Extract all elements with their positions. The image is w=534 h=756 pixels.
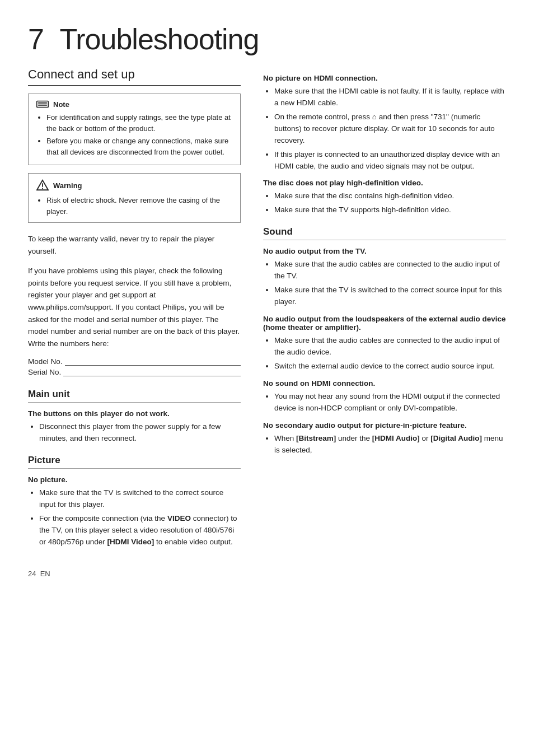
body-text-1: To keep the warranty valid, never try to… — [28, 233, 241, 257]
warning-label: Warning — [53, 181, 82, 190]
no-secondary-list: When [Bitstream] under the [HDMI Audio] … — [263, 433, 506, 456]
note-list: For identification and supply ratings, s… — [36, 112, 232, 157]
main-unit-title: Main unit — [28, 389, 241, 403]
connect-setup-title: Connect and set up — [28, 67, 241, 86]
list-item: For the composite connection (via the VI… — [39, 513, 241, 548]
no-hdmi-picture-title: No picture on HDMI connection. — [263, 74, 506, 82]
no-audio-ext-list: Make sure that the audio cables are conn… — [263, 335, 506, 372]
list-item: Make sure that the HDMI cable is not fau… — [274, 86, 506, 109]
note-box: Note For identification and supply ratin… — [28, 94, 241, 165]
buttons-problem-list: Disconnect this player from the power su… — [28, 421, 241, 445]
svg-rect-2 — [38, 105, 47, 106]
list-item: When [Bitstream] under the [HDMI Audio] … — [274, 433, 506, 456]
no-hd-title: The disc does not play high-definition v… — [263, 179, 506, 187]
no-hdmi-picture-list: Make sure that the HDMI cable is not fau… — [263, 86, 506, 172]
warning-icon — [36, 179, 49, 192]
model-label: Model No. — [28, 357, 63, 366]
list-item: On the remote control, press ⌂ and then … — [274, 111, 506, 147]
list-item: Make sure that the TV is switched to the… — [39, 487, 241, 511]
list-item: Make sure that the TV is switched to the… — [274, 284, 506, 308]
no-sound-hdmi-list: You may not hear any sound from the HDMI… — [263, 391, 506, 414]
list-item: Make sure that the TV supports high-defi… — [274, 204, 506, 216]
no-secondary-title: No secondary audio output for picture-in… — [263, 421, 506, 430]
svg-rect-0 — [37, 101, 48, 108]
list-item: Disconnect this player from the power su… — [39, 421, 241, 445]
warning-box: Warning Risk of electric shock. Never re… — [28, 173, 241, 223]
no-hd-list: Make sure that the disc contains high-de… — [263, 190, 506, 216]
serial-label: Serial No. — [28, 368, 61, 376]
no-sound-hdmi-title: No sound on HDMI connection. — [263, 379, 506, 388]
model-serial-section: Model No. Serial No. — [28, 357, 241, 376]
sound-title: Sound — [263, 226, 506, 240]
note-item: Before you make or change any connection… — [46, 136, 232, 157]
list-item: Make sure that the disc contains high-de… — [274, 190, 506, 202]
list-item: Switch the external audio device to the … — [274, 361, 506, 372]
picture-title: Picture — [28, 455, 241, 469]
chapter-title: 7 Troubleshooting — [28, 22, 506, 56]
no-audio-ext-title: No audio output from the loudspeakers of… — [263, 315, 506, 332]
svg-rect-3 — [42, 183, 43, 186]
no-audio-tv-list: Make sure that the audio cables are conn… — [263, 259, 506, 308]
note-icon — [36, 100, 49, 109]
list-item: You may not hear any sound from the HDMI… — [274, 391, 506, 414]
warning-item: Risk of electric shock. Never remove the… — [46, 195, 232, 217]
warning-list: Risk of electric shock. Never remove the… — [36, 195, 232, 217]
no-picture-list: Make sure that the TV is switched to the… — [28, 487, 241, 548]
no-picture-title: No picture. — [28, 475, 241, 484]
note-item: For identification and supply ratings, s… — [46, 112, 232, 134]
svg-rect-4 — [42, 188, 43, 189]
no-audio-tv-title: No audio output from the TV. — [263, 247, 506, 255]
svg-rect-1 — [38, 102, 47, 104]
note-label: Note — [53, 100, 69, 109]
page-footer: 24 EN — [28, 570, 506, 578]
list-item: Make sure that the audio cables are conn… — [274, 259, 506, 282]
list-item: If this player is connected to an unauth… — [274, 149, 506, 172]
buttons-problem-title: The buttons on this player do not work. — [28, 409, 241, 418]
body-text-2: If you have problems using this player, … — [28, 265, 241, 349]
list-item: Make sure that the audio cables are conn… — [274, 335, 506, 358]
